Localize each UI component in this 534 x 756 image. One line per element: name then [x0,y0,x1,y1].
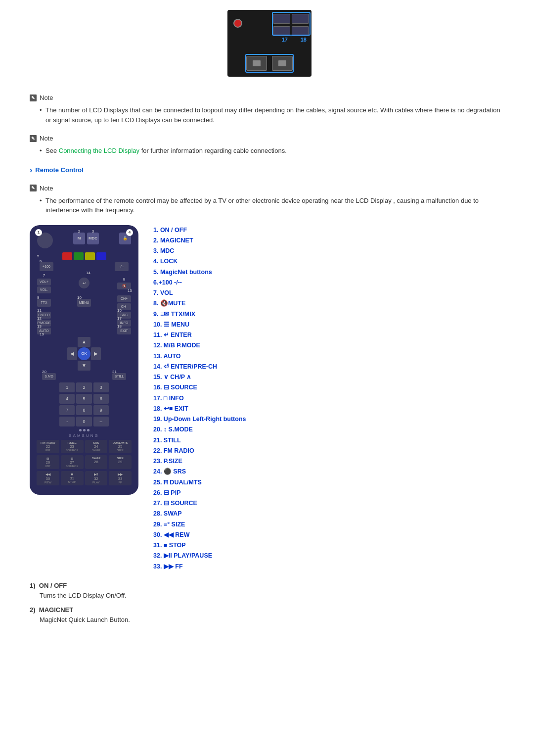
remote-btn-22: 22. FM RADIO [153,446,504,456]
remote-btn-6: 6.+100 -/-- [153,278,504,288]
note-header-3: ✎ Note [30,185,504,192]
note-section-3: ✎ Note The performance of the remote con… [30,185,504,215]
remote-btn-30: 30. ◀◀ REW [153,530,504,540]
desc-num-1: 1) ON / OFF [30,582,504,589]
note-title-2: Note [40,135,53,142]
remote-btn-31: 31. ■ STOP [153,540,504,551]
description-section: 1) ON / OFF Turns the LCD Display On/Off… [30,582,504,625]
remote-btn-14: 14. ⏎ ENTER/PRE-CH [153,362,504,372]
remote-btn-18: 18. ↩■ EXIT [153,404,504,414]
note-icon-2: ✎ [30,135,37,142]
remote-btn-32: 32. ▶II PLAY/PAUSE [153,551,504,561]
note-list-3: The performance of the remote control ma… [30,196,504,215]
remote-btn-5: 5. MagicNet buttons [153,267,504,278]
note-item-2: See Connecting the LCD Display for furth… [40,146,504,156]
remote-btn-29: 29. ≡° SIZE [153,520,504,530]
remote-btn-33: 33. ▶▶ FF [153,562,504,572]
remote-btn-27: 27. ⊟ SOURCE [153,498,504,509]
remote-btn-24: 24. ⚫ SRS [153,467,504,477]
remote-btn-4: 4. LOCK [153,256,504,267]
lcd-display-link[interactable]: Connecting the LCD Display [59,147,139,154]
remote-btn-13: 13. AUTO [153,351,504,362]
remote-btn-21: 21. STILL [153,435,504,446]
remote-control-heading: Remote Control [30,166,504,175]
remote-btn-11: 11. ↵ ENTER [153,330,504,340]
desc-text-2: MagicNet Quick Launch Button. [30,615,504,625]
remote-btn-17: 17. □ INFO [153,393,504,404]
remote-btn-15: 15. ∨ CH/P ∧ [153,372,504,382]
desc-item-2: 2) MAGICNET MagicNet Quick Launch Button… [30,606,504,625]
note-header-2: ✎ Note [30,135,504,142]
remote-btn-9: 9. ≡✉ TTX/MIX [153,309,504,320]
remote-brand: SAMSUNG [35,433,134,438]
desc-num-2: 2) MAGICNET [30,606,504,614]
remote-button-list: 1. ON / OFF 2. MAGICNET 3. MDC 4. LOCK 5… [153,225,504,572]
note-header-1: ✎ Note [30,94,504,101]
remote-btn-20: 20. ↕ S.MODE [153,425,504,435]
note-item-1: The number of LCD Displays that can be c… [40,105,504,125]
note-item-3: The performance of the remote control ma… [40,196,504,215]
remote-btn-23: 23. P.SIZE [153,456,504,467]
remote-btn-3: 3. MDC [153,246,504,256]
note-list-2: See Connecting the LCD Display for furth… [30,146,504,156]
note-list-1: The number of LCD Displays that can be c… [30,105,504,125]
remote-btn-16: 16. ⊟ SOURCE [153,382,504,393]
remote-btn-1: 1. ON / OFF [153,225,504,236]
remote-btn-19: 19. Up-Down Left-Right buttons [153,414,504,425]
top-device-image-area: 17 18 [30,10,504,79]
remote-btn-2: 2. MAGICNET [153,236,504,246]
desc-text-1: Turns the LCD Display On/Off. [30,591,504,601]
remote-btn-8: 8. 🔇MUTE [153,298,504,309]
remote-btn-7: 7. VOL [153,288,504,298]
remote-image: 1 M 2 MDC 3 🔒 4 5 [30,225,138,495]
note-section-1: ✎ Note The number of LCD Displays that c… [30,94,504,125]
remote-btn-12: 12. M/B P.MODE [153,340,504,351]
note-section-2: ✎ Note See Connecting the LCD Display fo… [30,135,504,156]
remote-control-section: 1 M 2 MDC 3 🔒 4 5 [30,225,504,572]
note-icon-3: ✎ [30,185,37,191]
note-title-1: Note [40,94,53,101]
note-title-3: Note [40,185,53,192]
remote-btn-26: 26. ⊟ PIP [153,488,504,498]
remote-btn-28: 28. SWAP [153,509,504,519]
remote-btn-10: 10. ☰ MENU [153,320,504,330]
desc-item-1: 1) ON / OFF Turns the LCD Display On/Off… [30,582,504,601]
note-icon-1: ✎ [30,94,37,101]
remote-btn-25: 25. Ħ DUAL/MTS [153,477,504,488]
